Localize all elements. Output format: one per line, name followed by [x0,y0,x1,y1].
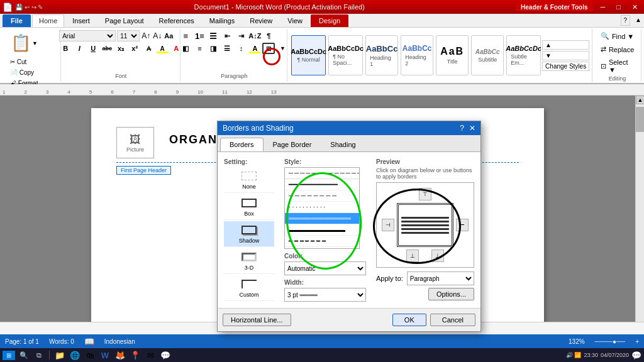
decrease-indent-btn[interactable]: ⇤ [221,30,233,41]
tab-home[interactable]: Home [32,14,64,27]
change-case-btn[interactable]: Aa [164,31,174,40]
zoom-slider[interactable]: ────●── [595,338,626,345]
text-effect-btn[interactable]: A̶ [142,43,155,54]
preview-left-border-btn[interactable]: ⊣ [382,219,394,231]
increase-font-btn[interactable]: A↑ [141,31,151,41]
ribbon-options-btn[interactable]: ▲ [633,15,644,26]
paste-btn[interactable]: 📋 ▼ [8,30,45,56]
edge-btn[interactable]: 🌐 [69,349,81,361]
find-btn[interactable]: 🔍 Find ▼ [597,30,637,42]
style-item-3[interactable]: · · · · · · · · · · · [285,202,359,213]
bold-btn[interactable]: B [59,43,72,54]
style-title[interactable]: AaB Title [436,35,469,75]
styles-up-btn[interactable]: ▲ [542,40,589,50]
width-select[interactable]: 3 pt ════ 1 pt ─ 2 pt ── [284,288,366,302]
underline-btn[interactable]: U [87,43,99,54]
tab-mailings[interactable]: Mailings [203,14,242,27]
start-btn[interactable]: ⊞ [3,351,15,360]
dialog-help-btn[interactable]: ? [460,124,464,133]
style-item-4[interactable]: ══════════════ [285,213,359,224]
font-size-select[interactable]: 11 [117,30,140,41]
tab-page-layout[interactable]: Page Layout [98,14,151,27]
ok-btn[interactable]: OK [392,314,426,326]
header-footer-tab[interactable]: Header & Footer Tools [516,3,593,11]
shading-btn[interactable]: A [248,43,261,54]
setting-shadow[interactable]: Shadow [224,221,274,247]
language[interactable]: Indonesian [104,338,135,345]
tab-review[interactable]: Review [243,14,279,27]
style-heading1[interactable]: AaBbCc Heading 1 [365,35,398,75]
tab-design[interactable]: Design [311,14,348,27]
multilevel-btn[interactable]: ☰ [207,30,219,41]
search-btn[interactable]: 🔍 [18,349,30,361]
font-name-select[interactable]: Arial [59,30,116,41]
tab-references[interactable]: References [152,14,201,27]
mail-btn[interactable]: ✉ [144,349,157,361]
show-formatting-btn[interactable]: ¶ [262,30,275,41]
borders-btn[interactable]: ⊞ [262,43,275,54]
firefox-btn[interactable]: 🦊 [114,349,126,361]
copy-btn[interactable]: 📄 Copy [8,68,36,77]
style-item-2[interactable]: ─ ─ ─ ─ ─ ─ ─ ─ [285,190,359,202]
zoom-in-btn[interactable]: + [635,338,639,345]
preview-right-border-btn[interactable]: ⊢ [456,219,469,231]
justify-btn[interactable]: ☰ [221,43,233,54]
replace-btn[interactable]: ⇄ Replace [597,43,637,55]
align-right-btn[interactable]: ◨ [207,43,219,54]
file-explorer-btn[interactable]: 📁 [53,349,66,361]
word-btn[interactable]: W [99,349,111,361]
spell-check-icon[interactable]: 📖 [84,337,94,346]
bullets-btn[interactable]: ≡ [179,30,192,41]
scroll-thumb[interactable] [636,107,644,132]
style-normal[interactable]: AaBbCcDc ¶ Normal [291,35,326,75]
help-btn[interactable]: ? [621,15,631,26]
close-btn[interactable]: ✕ [628,3,641,11]
dialog-close-btn[interactable]: ✕ [469,124,475,133]
style-no-spacing[interactable]: AaBbCcDc ¶ No Spaci... [328,35,363,75]
store-btn[interactable]: 🛍 [84,349,96,361]
style-item-6[interactable]: ━ ━ ━ ━ ━ ━ ━ [285,236,359,247]
superscript-btn[interactable]: x² [128,43,141,54]
preview-inner-border-btn[interactable]: ⊥ [406,250,419,262]
cut-btn[interactable]: ✂ Cut [8,57,29,67]
setting-none[interactable]: None [224,167,274,193]
dialog-tab-page-border[interactable]: Page Border [264,138,321,151]
apply-to-select[interactable]: Paragraph Text [407,272,474,285]
line-spacing-btn[interactable]: ↕ [235,43,247,54]
style-subtitle[interactable]: AaBbCc Subtitle [471,35,504,75]
decrease-font-btn[interactable]: A↓ [152,31,162,41]
sort-btn[interactable]: A↕Z [248,30,261,41]
tab-insert[interactable]: Insert [65,14,97,27]
color-select[interactable]: Automatic Black Red [284,261,366,275]
align-left-btn[interactable]: ◧ [179,43,192,54]
cancel-btn[interactable]: Cancel [430,314,475,326]
change-styles-btn[interactable]: Change Styles [542,62,589,71]
setting-box[interactable]: Box [224,194,274,220]
style-item-5[interactable]: ▬▬▬▬▬▬▬▬▬ [285,224,359,236]
select-btn[interactable]: ⊡ Select ▼ [597,57,637,75]
style-item-1[interactable]: ━━━━━━━━━━━━━ [285,179,359,190]
options-btn[interactable]: Options... [428,288,474,300]
italic-btn[interactable]: I [73,43,86,54]
dialog-tab-borders[interactable]: Borders [220,138,264,151]
task-view-btn[interactable]: ⧉ [33,349,45,361]
style-item-0[interactable]: ──────────────── [285,168,359,179]
borders-dropdown-btn[interactable]: ▼ [276,43,289,54]
style-subtle-em[interactable]: AaBbCcDc Subtle Em... [506,35,541,75]
horizontal-line-btn[interactable]: Horizontal Line... [223,314,291,326]
strikethrough-btn[interactable]: abc [101,43,113,54]
tab-view[interactable]: View [280,14,309,27]
whatsapp-btn[interactable]: 💬 [159,349,172,361]
dialog-tab-shading[interactable]: Shading [321,138,365,151]
increase-indent-btn[interactable]: ⇥ [235,30,247,41]
highlight-btn[interactable]: A [156,43,169,54]
style-list[interactable]: ──────────────── ━━━━━━━━━━━━━ ─ ─ ─ ─ ─… [284,167,360,249]
numbering-btn[interactable]: 1≡ [193,30,206,41]
maps-btn[interactable]: 📍 [129,349,142,361]
style-heading2[interactable]: AaBbCc Heading 2 [401,35,433,75]
notification-btn[interactable]: 💬 [631,351,641,360]
setting-3d[interactable]: 3-D [224,248,274,274]
tab-file[interactable]: File [3,14,31,27]
setting-custom[interactable]: Custom [224,275,274,301]
subscript-btn[interactable]: x₂ [114,43,127,54]
